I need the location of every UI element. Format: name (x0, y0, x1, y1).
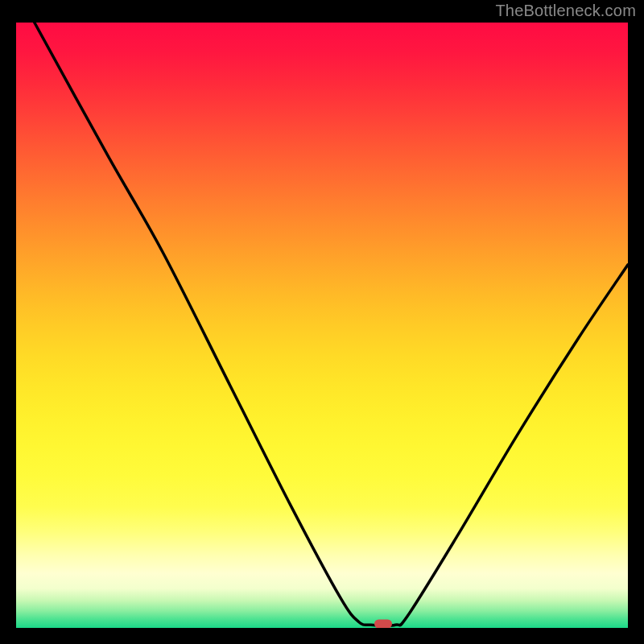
plot-area (16, 23, 628, 628)
bottleneck-curve (16, 23, 628, 628)
optimal-marker-icon (374, 620, 392, 628)
watermark-text: TheBottleneck.com (495, 2, 636, 20)
